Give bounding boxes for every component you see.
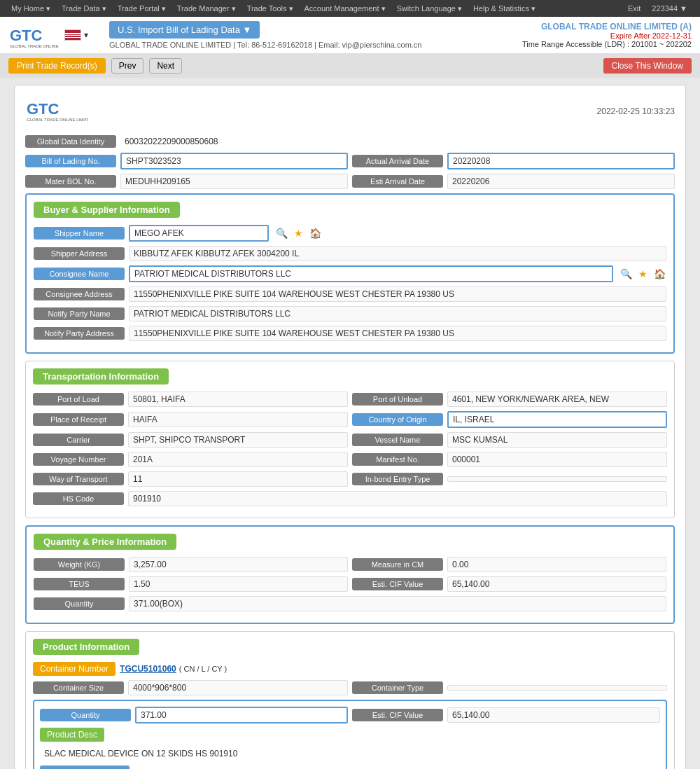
actual-arrival-label: Actual Arrival Date	[352, 155, 443, 167]
nav-my-home[interactable]: My Home ▾	[6, 4, 56, 13]
flag-area[interactable]: ▾	[64, 29, 88, 41]
svg-text:GLOBAL TRADE ONLINE LIMITED: GLOBAL TRADE ONLINE LIMITED	[27, 118, 88, 122]
place-receipt-label: Place of Receipt	[33, 413, 124, 426]
manifest-value: 000001	[447, 452, 667, 467]
container-size-pair: Container Size 4000*906*800	[33, 680, 348, 695]
consignee-home-icon[interactable]: 🏠	[652, 267, 666, 281]
in-bond-pair: In-bond Entry Type	[352, 471, 667, 487]
voyage-value: 201A	[128, 452, 348, 467]
consignee-address-row: Consignee Address 11550PHENIXVILLE PIKE …	[34, 286, 666, 302]
shipper-search-icon[interactable]: 🔍	[274, 226, 288, 240]
data-type-dropdown[interactable]: U.S. Import Bill of Lading Data ▼	[109, 21, 260, 39]
voyage-label: Voyage Number	[33, 453, 124, 466]
bol-value: SHPT3023523	[120, 153, 348, 169]
consignee-action-icons: 🔍 ★ 🏠	[619, 267, 666, 281]
nav-exit[interactable]: Exit	[622, 4, 646, 13]
container-number-value: TGCU5101060	[120, 664, 176, 674]
container-type-label: Container Type	[352, 681, 443, 694]
marks-row: Marks and Numbers	[40, 765, 660, 769]
consignee-name-value: PATRIOT MEDICAL DISTRIBUTORS LLC	[129, 265, 613, 282]
prod-qty-label: Quantity	[40, 709, 131, 721]
place-receipt-value: HAIFA	[128, 412, 348, 427]
shipper-name-row: Shipper Name MEGO AFEK 🔍 ★ 🏠	[34, 225, 666, 242]
close-button-top[interactable]: Close This Window	[603, 58, 692, 74]
product-header: Product Information	[33, 639, 139, 655]
consignee-star-icon[interactable]: ★	[636, 267, 650, 281]
shipper-home-icon[interactable]: 🏠	[308, 226, 322, 240]
mater-bol-value: MEDUHH209165	[120, 174, 348, 189]
shipper-star-icon[interactable]: ★	[291, 226, 305, 240]
measure-value: 0.00	[447, 557, 666, 572]
nav-trade-portal[interactable]: Trade Portal ▾	[112, 4, 172, 13]
header-contact: GLOBAL TRADE ONLINE LIMITED | Tel: 86-51…	[109, 41, 522, 49]
gdi-label: Global Data Identity	[25, 135, 116, 148]
print-button-top[interactable]: Print Trade Record(s)	[8, 58, 106, 74]
teus-label: TEUS	[34, 578, 125, 590]
main-content: GTC GLOBAL TRADE ONLINE LIMITED 2022-02-…	[0, 78, 700, 769]
consignee-search-icon[interactable]: 🔍	[619, 267, 633, 281]
nav-account-management[interactable]: Account Management ▾	[299, 4, 391, 13]
product-desc-button[interactable]: Product Desc	[40, 728, 104, 742]
measure-label: Measure in CM	[352, 558, 443, 571]
teus-cif-row: TEUS 1.50 Esti. CIF Value 65,140.00	[34, 576, 666, 592]
carrier-vessel-row: Carrier SHPT, SHIPCO TRANSPORT Vessel Na…	[33, 432, 667, 448]
weight-value: 3,257.00	[129, 557, 348, 572]
header-center: U.S. Import Bill of Lading Data ▼ GLOBAL…	[95, 21, 522, 49]
header-right: GLOBAL TRADE ONLINE LIMITED (A) Expire A…	[522, 22, 692, 48]
container-type-value	[447, 685, 667, 691]
in-bond-value	[447, 476, 667, 482]
notify-party-address-value: 11550PHENIXVILLE PIKE SUITE 104 WAREHOUS…	[129, 326, 666, 341]
way-transport-value: 11	[128, 471, 348, 487]
receipt-origin-row: Place of Receipt HAIFA Country of Origin…	[33, 411, 667, 428]
shipper-name-value: MEGO AFEK	[129, 225, 269, 242]
prod-qty-value: 371.00	[135, 707, 348, 723]
gtc-logo-inner: GTC GLOBAL TRADE ONLINE LIMITED	[25, 96, 88, 126]
teus-value: 1.50	[129, 576, 348, 592]
marks-numbers-button[interactable]: Marks and Numbers	[40, 765, 130, 769]
in-bond-label: In-bond Entry Type	[352, 473, 443, 485]
weight-pair: Weight (KG) 3,257.00	[34, 557, 348, 572]
country-origin-value: IL, ISRAEL	[447, 411, 667, 428]
actual-arrival-pair: Actual Arrival Date 20220208	[352, 153, 675, 169]
nav-help-statistics[interactable]: Help & Statistics ▾	[468, 4, 541, 13]
manifest-label: Manifest No.	[352, 453, 443, 466]
prod-cif-pair: Esti. CIF Value 65,140.00	[352, 707, 660, 723]
next-button-top[interactable]: Next	[149, 58, 182, 74]
bol-pair: Bill of Lading No. SHPT3023523	[25, 153, 348, 169]
nav-trade-tools[interactable]: Trade Tools ▾	[241, 4, 299, 13]
user-id[interactable]: 223344 ▼	[652, 4, 687, 13]
product-section: Product Information Container Number TGC…	[25, 631, 675, 769]
svg-text:GLOBAL TRADE ONLINE: GLOBAL TRADE ONLINE	[10, 44, 59, 48]
logo-icon: GTC GLOBAL TRADE ONLINE	[8, 21, 64, 49]
shipper-address-row: Shipper Address KIBBUTZ AFEK KIBBUTZ AFE…	[34, 246, 666, 261]
nav-trade-data[interactable]: Trade Data ▾	[56, 4, 112, 13]
container-number-button[interactable]: Container Number	[33, 662, 115, 676]
mater-bol-pair: Mater BOL No. MEDUHH209165	[25, 174, 348, 189]
esti-cif-value: 65,140.00	[447, 576, 666, 592]
teus-pair: TEUS 1.50	[34, 576, 348, 592]
country-origin-pair: Country of Origin IL, ISRAEL	[352, 411, 667, 428]
prev-button-top[interactable]: Prev	[111, 58, 144, 74]
toolbar-top: Print Trade Record(s) Prev Next Close Th…	[0, 54, 700, 78]
prod-qty-cif-row: Quantity 371.00 Esti. CIF Value 65,140.0…	[40, 707, 660, 723]
esti-arrival-label: Esti Arrival Date	[352, 175, 443, 188]
carrier-label: Carrier	[33, 434, 124, 446]
mater-bol-label: Mater BOL No.	[25, 175, 116, 188]
voyage-pair: Voyage Number 201A	[33, 452, 348, 467]
consignee-address-value: 11550PHENIXVILLE PIKE SUITE 104 WAREHOUS…	[129, 286, 666, 302]
top-navigation: My Home ▾ Trade Data ▾ Trade Portal ▾ Tr…	[0, 0, 700, 17]
qty-value: 371.00(BOX)	[129, 596, 666, 611]
buyer-supplier-section: Buyer & Supplier Information Shipper Nam…	[25, 193, 675, 354]
hs-code-label: HS Code	[33, 492, 124, 505]
container-number-row: Container Number TGCU5101060 ( CN / L / …	[33, 662, 667, 676]
nav-switch-language[interactable]: Switch Language ▾	[391, 4, 468, 13]
port-load-pair: Port of Load 50801, HAIFA	[33, 392, 348, 407]
notify-party-name-label: Notify Party Name	[34, 307, 125, 320]
vessel-label: Vessel Name	[352, 434, 443, 446]
company-name: GLOBAL TRADE ONLINE LIMITED (A)	[522, 22, 692, 32]
notify-party-address-row: Notify Party Address 11550PHENIXVILLE PI…	[34, 326, 666, 341]
shipper-name-label: Shipper Name	[34, 227, 125, 240]
nav-trade-manager[interactable]: Trade Manager ▾	[172, 4, 241, 13]
place-receipt-pair: Place of Receipt HAIFA	[33, 411, 348, 428]
notify-party-address-label: Notify Party Address	[34, 327, 125, 340]
